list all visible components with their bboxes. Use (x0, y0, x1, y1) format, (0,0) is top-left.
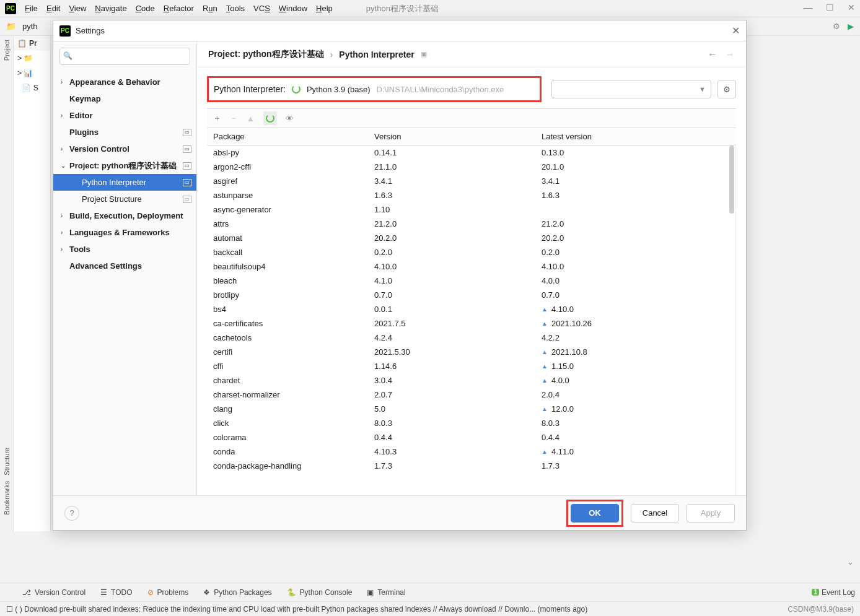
folder-icon: 📁 (6, 22, 16, 31)
package-row[interactable]: chardet3.0.4▲4.0.0 (207, 373, 735, 388)
sidebar-item-build-execution-deployment[interactable]: ›Build, Execution, Deployment (53, 207, 196, 224)
status-text[interactable]: Download pre-built shared indexes: Reduc… (24, 605, 587, 614)
project-row[interactable]: > 📁 (14, 51, 50, 66)
package-row[interactable]: colorama0.4.40.4.4 (207, 430, 735, 445)
package-row[interactable]: ca-certificates2021.7.5▲2021.10.26 (207, 316, 735, 331)
package-row[interactable]: certifi2021.5.30▲2021.10.8 (207, 345, 735, 359)
spinner-icon (292, 85, 301, 93)
package-row[interactable]: click8.0.38.0.3 (207, 416, 735, 430)
package-row[interactable]: astunparse1.6.31.6.3 (207, 188, 735, 202)
apply-button[interactable]: Apply (687, 504, 735, 523)
tool-terminal[interactable]: ▣ Terminal (367, 588, 405, 597)
menu-help[interactable]: Help (316, 4, 333, 13)
col-header-latest[interactable]: Latest version (542, 132, 736, 141)
package-row[interactable]: cachetools4.2.44.2.2 (207, 331, 735, 345)
package-row[interactable]: bleach4.1.04.0.0 (207, 274, 735, 288)
package-row[interactable]: conda4.10.3▲4.11.0 (207, 445, 735, 459)
tool-python-packages[interactable]: ❖ Python Packages (203, 588, 271, 597)
menu-refactor[interactable]: Refactor (164, 4, 194, 13)
interpreter-highlight: Python Interpreter: Python 3.9 (base) D:… (207, 76, 542, 102)
package-list[interactable]: absl-py0.14.10.13.0argon2-cffi21.1.020.1… (207, 145, 736, 495)
gutter-bookmarks[interactable]: Bookmarks Structure (2, 444, 12, 519)
menu-vcs[interactable]: VCS (253, 4, 270, 13)
status-icon[interactable]: ☐ ( ) (6, 605, 22, 614)
menu-code[interactable]: Code (136, 4, 155, 13)
col-header-package[interactable]: Package (207, 132, 374, 141)
eye-icon[interactable]: 👁 (286, 114, 294, 123)
package-row[interactable]: backcall0.2.00.2.0 (207, 245, 735, 259)
tool-todo[interactable]: ☰ TODO (100, 588, 132, 597)
maximize-icon[interactable]: ☐ (826, 2, 834, 12)
project-row[interactable]: 📄 S (14, 80, 50, 95)
app-logo-icon: PC (5, 3, 16, 14)
project-row[interactable]: > 📊 (14, 66, 50, 80)
package-row[interactable]: beautifulsoup44.10.04.10.0 (207, 259, 735, 274)
sidebar-item-tools[interactable]: ›Tools (53, 241, 196, 258)
sidebar-item-python-interpreter[interactable]: Python Interpreter▭ (53, 174, 196, 191)
gutter-project[interactable]: Project (2, 36, 12, 64)
package-version: 0.7.0 (374, 290, 542, 300)
menu-edit[interactable]: Edit (46, 4, 60, 13)
package-version: 0.0.1 (374, 305, 542, 314)
dialog-close-icon[interactable]: ✕ (732, 25, 740, 37)
sidebar-item-version-control[interactable]: ›Version Control▭ (53, 141, 196, 157)
gear-icon[interactable]: ⚙ (833, 22, 840, 31)
menu-run[interactable]: Run (203, 4, 217, 13)
minimize-icon[interactable]: — (804, 2, 812, 12)
project-panel-header[interactable]: 📋 Pr (14, 36, 50, 51)
package-row[interactable]: attrs21.2.021.2.0 (207, 217, 735, 231)
tool-problems[interactable]: ⊘ Problems (147, 588, 189, 597)
package-row[interactable]: asgiref3.4.13.4.1 (207, 174, 735, 188)
chevron-icon: › (61, 145, 67, 152)
package-row[interactable]: conda-package-handling1.7.31.7.3 (207, 459, 735, 473)
upgrade-available-icon: ▲ (542, 306, 548, 313)
close-icon[interactable]: ✕ (848, 2, 855, 12)
interpreter-select[interactable]: ▼ (551, 80, 711, 98)
menu-navigate[interactable]: Navigate (95, 4, 126, 13)
play-icon[interactable]: ▶ (848, 22, 854, 31)
cancel-button[interactable]: Cancel (631, 504, 679, 523)
sidebar-item-languages-frameworks[interactable]: ›Languages & Frameworks (53, 224, 196, 241)
sidebar-item-keymap[interactable]: Keymap (53, 90, 196, 107)
package-row[interactable]: clang5.0▲12.0.0 (207, 402, 735, 416)
upgrade-package-button[interactable]: ▲ (247, 114, 255, 123)
add-package-button[interactable]: ＋ (213, 113, 221, 124)
menu-file[interactable]: File (25, 4, 38, 13)
event-log[interactable]: 1 Event Log (812, 588, 855, 597)
package-row[interactable]: async-generator1.10 (207, 202, 735, 217)
menu-window[interactable]: Window (279, 4, 307, 13)
collapse-icon[interactable]: ⌄ (847, 557, 854, 566)
package-name: bleach (207, 276, 374, 285)
sidebar-item-appearance-behavior[interactable]: ›Appearance & Behavior (53, 74, 196, 90)
package-row[interactable]: cffi1.14.6▲1.15.0 (207, 359, 735, 373)
settings-search-input[interactable] (59, 48, 190, 65)
sidebar-item-plugins[interactable]: Plugins▭ (53, 124, 196, 141)
back-icon[interactable]: ← (708, 49, 717, 60)
tool-python-console[interactable]: 🐍 Python Console (287, 588, 353, 597)
remove-package-button[interactable]: － (230, 113, 238, 124)
sidebar-item-advanced-settings[interactable]: Advanced Settings (53, 258, 196, 274)
package-row[interactable]: bs40.0.1▲4.10.0 (207, 302, 735, 316)
settings-search[interactable]: 🔍 (59, 48, 190, 65)
package-row[interactable]: absl-py0.14.10.13.0 (207, 145, 735, 160)
col-header-version[interactable]: Version (374, 132, 542, 141)
package-row[interactable]: brotlipy0.7.00.7.0 (207, 288, 735, 302)
package-row[interactable]: argon2-cffi21.1.020.1.0 (207, 160, 735, 174)
package-latest: ▲4.0.0 (542, 376, 735, 385)
sidebar-item-project-python-[interactable]: ⌄Project: python程序设计基础▭ (53, 157, 196, 174)
sidebar-item-editor[interactable]: ›Editor (53, 107, 196, 124)
menu-view[interactable]: View (69, 4, 86, 13)
package-row[interactable]: charset-normalizer2.0.72.0.4 (207, 388, 735, 402)
tool-version-control[interactable]: ⎇ Version Control (22, 588, 86, 597)
interpreter-gear-button[interactable]: ⚙ (717, 80, 736, 98)
breadcrumb-current: Python Interpreter (339, 50, 414, 59)
sidebar-item-project-structure[interactable]: Project Structure▭ (53, 191, 196, 207)
scrollbar-thumb[interactable] (729, 145, 734, 214)
help-button[interactable]: ? (64, 506, 79, 521)
package-version: 5.0 (374, 404, 542, 414)
package-row[interactable]: automat20.2.020.2.0 (207, 231, 735, 245)
forward-icon[interactable]: → (725, 49, 735, 60)
menu-tools[interactable]: Tools (226, 4, 245, 13)
navbar-folder[interactable]: pyth (22, 22, 38, 31)
ok-button[interactable]: OK (571, 504, 619, 523)
